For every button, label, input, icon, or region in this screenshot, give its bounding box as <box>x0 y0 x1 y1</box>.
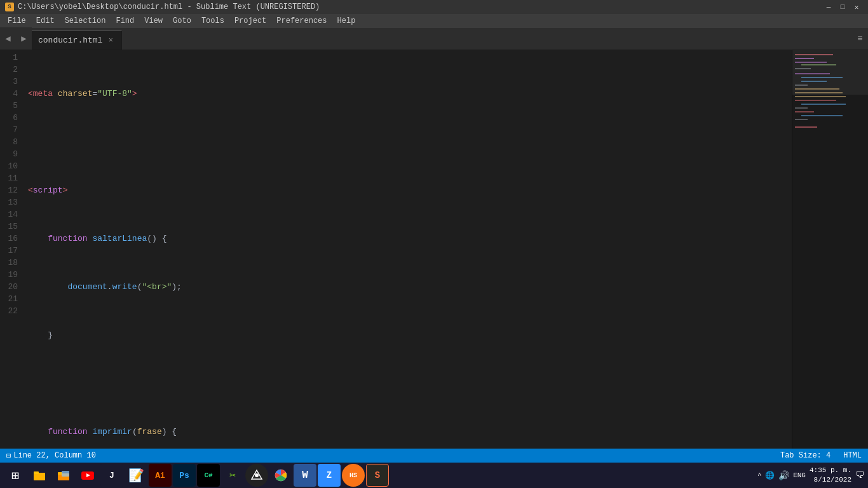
status-bar: ⊟ Line 22, Column 10 Tab Size: 4 HTML <box>0 449 868 463</box>
tab-dropdown[interactable]: ≡ <box>852 27 868 50</box>
svg-point-27 <box>255 473 259 477</box>
window-title: C:\Users\yobel\Desktop\conducir.html - S… <box>18 3 822 11</box>
taskbar: ⊞ J 📝 Ai Ps C# ✂ <box>0 463 868 488</box>
tab-nav-left[interactable]: ◀ <box>0 27 16 50</box>
taskbar-greenshot[interactable]: ✂ <box>221 464 244 487</box>
system-tray: ^ 🌐 🔊 ENG 4:35 p. m. 8/12/2022 🗨 <box>757 466 864 485</box>
menu-project[interactable]: Project <box>229 14 271 28</box>
start-button[interactable]: ⊞ <box>4 464 27 487</box>
menu-help[interactable]: Help <box>332 14 361 28</box>
code-line-2 <box>28 136 792 148</box>
app-icon: S <box>5 3 14 11</box>
line-num: 16 <box>5 233 18 245</box>
tab-nav-right[interactable]: ▶ <box>16 27 32 50</box>
word-icon: W <box>302 470 308 481</box>
menu-find[interactable]: Find <box>111 14 139 28</box>
code-line-4: function saltarLinea() { <box>28 233 792 245</box>
tab-label: conducir.html <box>38 36 102 45</box>
line-num: 10 <box>5 160 18 172</box>
line-num: 6 <box>5 112 18 124</box>
folder-alt-icon <box>57 468 71 482</box>
taskbar-illustrator[interactable]: Ai <box>149 464 172 487</box>
line-num: 4 <box>5 88 18 100</box>
taskbar-explorer-alt[interactable] <box>52 464 75 487</box>
tab-bar: ◀ ▶ conducir.html × ≡ <box>0 28 868 50</box>
status-right: Tab Size: 4 HTML <box>780 451 862 460</box>
volume-icon[interactable]: 🔊 <box>778 470 789 481</box>
code-line-8: function imprimir(frase) { <box>28 426 792 438</box>
svg-rect-15 <box>795 111 814 112</box>
line-numbers: 1 2 3 4 5 6 7 8 9 10 11 12 13 14 15 16 1… <box>0 50 25 449</box>
unity-icon <box>250 469 263 482</box>
svg-rect-13 <box>801 104 846 105</box>
menu-edit[interactable]: Edit <box>31 14 60 28</box>
line-num: 9 <box>5 148 18 160</box>
svg-rect-20 <box>34 471 39 474</box>
svg-rect-22 <box>58 472 62 475</box>
syntax-label[interactable]: HTML <box>843 451 862 460</box>
taskbar-unity[interactable] <box>245 464 268 487</box>
taskbar-file-explorer[interactable] <box>28 464 51 487</box>
line-num: 21 <box>5 293 18 305</box>
caret-icon[interactable]: ^ <box>757 472 761 479</box>
clock-date: 8/12/2022 <box>810 475 851 485</box>
branch-icon: ⊟ <box>6 451 11 461</box>
menu-bar: File Edit Selection Find View Goto Tools… <box>0 14 868 28</box>
code-editor[interactable]: <meta charset="UTF-8"> <script> function… <box>25 50 792 449</box>
code-line-3: <script> <box>28 184 792 196</box>
minimap <box>792 50 868 449</box>
tab-close-button[interactable]: × <box>106 36 115 45</box>
code-line-5: document.write("<br>"); <box>28 281 792 293</box>
language-indicator[interactable]: ENG <box>793 471 806 479</box>
zoom-icon: Z <box>327 470 332 480</box>
line-num: 14 <box>5 208 18 220</box>
close-button[interactable]: ✕ <box>850 3 863 11</box>
cursor-position[interactable]: Line 22, Column 10 <box>13 451 96 460</box>
ps-icon: Ps <box>179 471 189 480</box>
svg-rect-12 <box>795 100 836 101</box>
line-num: 22 <box>5 305 18 317</box>
menu-file[interactable]: File <box>3 14 31 28</box>
menu-goto[interactable]: Goto <box>168 14 196 28</box>
svg-rect-18 <box>795 126 817 128</box>
minimize-button[interactable]: — <box>822 3 835 11</box>
taskbar-pycharm[interactable]: C# <box>197 464 220 487</box>
line-num: 7 <box>5 124 18 136</box>
code-line-1: <meta charset="UTF-8"> <box>28 88 792 100</box>
title-bar: S C:\Users\yobel\Desktop\conducir.html -… <box>0 0 868 14</box>
svg-rect-17 <box>795 119 808 120</box>
taskbar-notes[interactable]: 📝 <box>125 464 147 487</box>
menu-selection[interactable]: Selection <box>60 14 111 28</box>
network-icon[interactable]: 🌐 <box>765 471 775 480</box>
menu-tools[interactable]: Tools <box>196 14 229 28</box>
tab-size[interactable]: Tab Size: 4 <box>780 451 831 460</box>
notification-icon[interactable]: 🗨 <box>855 470 864 480</box>
taskbar-youtube[interactable] <box>76 464 99 487</box>
svg-rect-23 <box>62 471 69 477</box>
ai-icon: Ai <box>155 471 165 480</box>
taskbar-sublime[interactable]: S <box>366 464 389 487</box>
taskbar-hs[interactable]: HS <box>342 464 365 487</box>
tab-conducir[interactable]: conducir.html × <box>32 30 122 50</box>
taskbar-word[interactable]: W <box>294 464 316 487</box>
taskbar-zoom[interactable]: Z <box>318 464 341 487</box>
editor: 1 2 3 4 5 6 7 8 9 10 11 12 13 14 15 16 1… <box>0 50 868 449</box>
sublime-icon: S <box>375 470 380 480</box>
menu-view[interactable]: View <box>139 14 168 28</box>
menu-preferences[interactable]: Preferences <box>271 14 332 28</box>
window-controls: — □ ✕ <box>822 3 863 11</box>
line-num: 5 <box>5 100 18 112</box>
code-line-7 <box>28 377 792 390</box>
taskbar-chrome[interactable] <box>269 464 292 487</box>
clock[interactable]: 4:35 p. m. 8/12/2022 <box>810 466 851 485</box>
maximize-button[interactable]: □ <box>836 3 849 11</box>
line-num: 13 <box>5 196 18 208</box>
line-num: 2 <box>5 64 18 76</box>
youtube-icon <box>81 468 95 482</box>
jw-icon: J <box>109 471 114 480</box>
taskbar-photoshop[interactable]: Ps <box>173 464 196 487</box>
folder-icon <box>32 468 46 482</box>
chrome-icon <box>274 468 288 482</box>
line-num: 18 <box>5 257 18 269</box>
taskbar-jwplayer[interactable]: J <box>100 464 123 487</box>
